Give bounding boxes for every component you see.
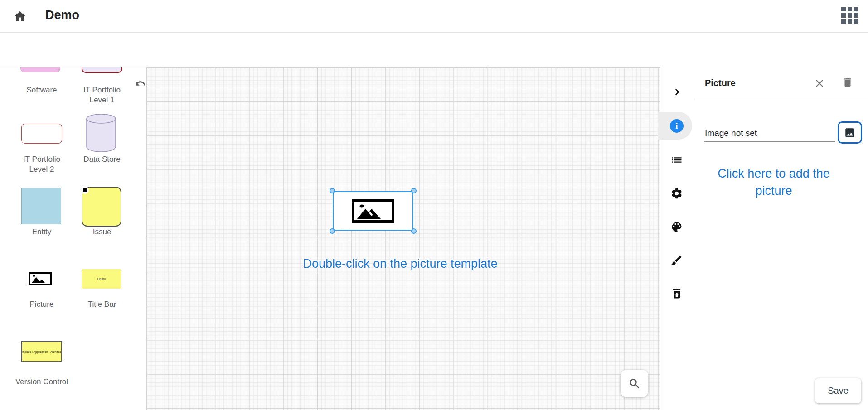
apps-grid-icon <box>841 7 858 24</box>
list-icon <box>670 154 683 166</box>
toolbar: Font Settings <box>0 33 868 67</box>
canvas-hint-text: Double-click on the picture template <box>264 257 536 271</box>
picture-placeholder-icon <box>352 199 394 223</box>
palette-label: Software <box>17 85 67 95</box>
palette-label: IT Portfolio Level 1 <box>77 85 127 105</box>
palette-shape-data-store[interactable] <box>85 113 117 153</box>
version-control-text: mplate : Application - Architectu <box>22 350 62 353</box>
tab-list[interactable] <box>669 153 684 167</box>
delete-element-button[interactable] <box>840 75 855 90</box>
tab-info[interactable]: i <box>669 119 684 133</box>
properties-panel: Picture i Image not set <box>660 67 868 410</box>
restore-from-trash-icon <box>670 287 683 300</box>
palette-shape-title-bar[interactable]: Demo <box>82 269 121 289</box>
picture-icon <box>29 272 52 285</box>
brush-icon <box>670 254 683 267</box>
palette-label: Picture <box>17 299 67 309</box>
search-icon <box>628 377 641 390</box>
diagram-canvas[interactable]: Double-click on the picture template <box>146 67 660 410</box>
resize-handle-bottom-right[interactable] <box>411 228 417 234</box>
palette-label: IT Portfolio Level 2 <box>17 154 67 174</box>
issue-badge-icon <box>81 186 89 194</box>
palette-icon <box>670 221 683 233</box>
shape-palette: Software IT Portfolio Level 1 IT Portfol… <box>0 67 136 410</box>
resize-handle-top-left[interactable] <box>330 188 335 193</box>
close-icon <box>813 77 826 90</box>
resize-handle-top-right[interactable] <box>411 188 417 193</box>
info-icon: i <box>670 119 684 133</box>
home-icon <box>13 10 27 23</box>
panel-title: Picture <box>705 78 736 88</box>
image-field-value: Image not set <box>705 128 757 138</box>
palette-label: Entity <box>17 227 67 237</box>
zoom-button[interactable] <box>621 370 648 397</box>
page-title: Demo <box>45 8 79 22</box>
home-button[interactable] <box>11 7 29 25</box>
pick-image-button[interactable] <box>838 121 862 144</box>
close-panel-button[interactable] <box>812 76 827 91</box>
cylinder-icon <box>85 113 117 153</box>
title-bar-text: Demo <box>97 277 106 280</box>
palette-label: Title Bar <box>77 299 127 309</box>
tab-brush[interactable] <box>669 253 684 268</box>
palette-shape-entity[interactable] <box>21 188 61 224</box>
image-field-underline <box>704 141 835 142</box>
palette-shape-issue[interactable] <box>82 187 121 227</box>
image-icon <box>844 127 856 139</box>
palette-shape-it-portfolio-level-2[interactable] <box>21 124 62 144</box>
add-picture-link[interactable]: Click here to add the picture <box>715 165 833 199</box>
apps-menu-button[interactable] <box>840 6 859 25</box>
chevron-right-icon <box>671 86 684 98</box>
selected-picture-element[interactable] <box>333 191 413 231</box>
resize-handle-bottom-left[interactable] <box>330 228 335 234</box>
gear-icon <box>670 187 683 200</box>
palette-shape-version-control[interactable]: mplate : Application - Architectu <box>21 341 62 362</box>
header-bar: Demo <box>0 0 868 33</box>
palette-shape-software[interactable] <box>20 67 60 72</box>
save-button[interactable]: Save <box>815 378 861 403</box>
trash-icon <box>842 77 853 88</box>
palette-shape-it-portfolio-level-1[interactable] <box>82 67 122 73</box>
palette-label: Data Store <box>77 154 127 164</box>
tab-colors[interactable] <box>669 220 684 234</box>
palette-shape-picture[interactable] <box>29 272 52 285</box>
palette-label: Version Control <box>5 377 78 387</box>
tab-settings[interactable] <box>669 186 684 201</box>
panel-divider <box>695 100 868 100</box>
tab-restore[interactable] <box>669 286 684 301</box>
app-window: Demo <box>0 0 868 410</box>
palette-label: Issue <box>77 227 127 237</box>
collapse-panel-button[interactable] <box>670 85 684 99</box>
